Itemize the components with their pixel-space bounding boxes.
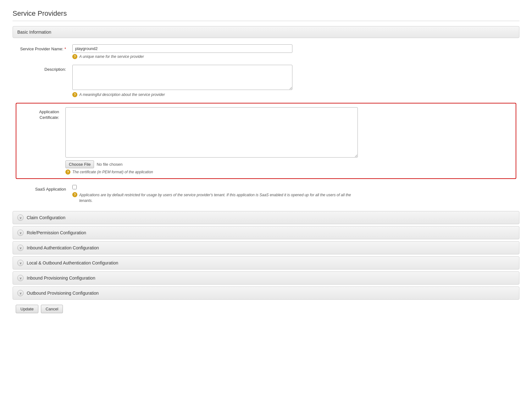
service-provider-name-input[interactable] <box>72 44 292 53</box>
choose-file-button[interactable]: Choose File <box>65 160 94 168</box>
application-certificate-field: Choose File No file chosen ? The certifi… <box>65 107 358 175</box>
saas-application-field: ? Applications are by default restricted… <box>72 185 355 203</box>
inbound-auth-title: Inbound Authentication Configuration <box>27 245 99 250</box>
required-indicator: * <box>64 47 66 51</box>
claim-configuration-header[interactable]: ∨ Claim Configuration <box>13 211 519 224</box>
inbound-provisioning-chevron-icon: ∨ <box>17 275 24 281</box>
description-textarea[interactable] <box>72 65 292 90</box>
role-permission-section: ∨ Role/Permission Configuration <box>13 226 519 239</box>
certificate-hint: ? The certificate (in PEM format) of the… <box>65 170 358 175</box>
hint-icon: ? <box>72 54 77 59</box>
application-certificate-textarea[interactable] <box>65 107 358 158</box>
basic-information-header: Basic Information <box>13 26 519 38</box>
outbound-provisioning-header[interactable]: ∨ Outbound Provisioning Configuration <box>13 287 519 299</box>
claim-config-chevron-icon: ∨ <box>17 214 24 221</box>
local-outbound-auth-chevron-icon: ∨ <box>17 260 24 266</box>
saas-application-checkbox[interactable] <box>72 185 77 189</box>
update-button[interactable]: Update <box>16 305 38 313</box>
inbound-auth-chevron-icon: ∨ <box>17 245 24 251</box>
collapsible-sections-container: ∨ Claim Configuration ∨ Role/Permission … <box>13 211 519 300</box>
service-provider-name-row: Service Provider Name: * ? A unique name… <box>16 44 516 59</box>
inbound-auth-section: ∨ Inbound Authentication Configuration <box>13 241 519 254</box>
inbound-auth-header[interactable]: ∨ Inbound Authentication Configuration <box>13 242 519 254</box>
description-label: Description: <box>16 65 72 72</box>
role-permission-title: Role/Permission Configuration <box>27 230 86 235</box>
hint-icon-3: ? <box>65 170 70 175</box>
description-field: ? A meaningful description about the ser… <box>72 65 292 97</box>
page-title: Service Providers <box>13 9 519 21</box>
inbound-provisioning-section: ∨ Inbound Provisioning Configuration <box>13 271 519 285</box>
form-container: Service Provider Name: * ? A unique name… <box>13 44 519 203</box>
claim-configuration-title: Claim Configuration <box>27 215 65 220</box>
saas-application-label: SaaS Application <box>16 185 72 192</box>
local-outbound-auth-header[interactable]: ∨ Local & Outbound Authentication Config… <box>13 257 519 269</box>
description-row: Description: ? A meaningful description … <box>16 65 516 97</box>
application-certificate-label: Application Certificate: <box>21 107 65 120</box>
role-permission-chevron-icon: ∨ <box>17 230 24 236</box>
local-outbound-auth-title: Local & Outbound Authentication Configur… <box>27 260 118 265</box>
saas-hint: ? Applications are by default restricted… <box>72 192 355 203</box>
inbound-provisioning-header[interactable]: ∨ Inbound Provisioning Configuration <box>13 272 519 284</box>
claim-configuration-section: ∨ Claim Configuration <box>13 211 519 224</box>
outbound-provisioning-section: ∨ Outbound Provisioning Configuration <box>13 286 519 300</box>
file-input-row: Choose File No file chosen <box>65 160 358 168</box>
local-outbound-auth-section: ∨ Local & Outbound Authentication Config… <box>13 256 519 270</box>
service-provider-name-field: ? A unique name for the service provider <box>72 44 292 59</box>
saas-application-row: SaaS Application ? Applications are by d… <box>16 185 516 203</box>
application-certificate-section: Application Certificate: Choose File No … <box>16 103 516 179</box>
outbound-provisioning-chevron-icon: ∨ <box>17 290 24 296</box>
cancel-button[interactable]: Cancel <box>41 305 63 313</box>
description-hint: ? A meaningful description about the ser… <box>72 92 292 97</box>
hint-icon-4: ? <box>72 192 77 197</box>
role-permission-header[interactable]: ∨ Role/Permission Configuration <box>13 226 519 239</box>
service-provider-name-hint: ? A unique name for the service provider <box>72 54 292 59</box>
file-status-text: No file chosen <box>97 162 122 167</box>
hint-icon-2: ? <box>72 92 77 97</box>
service-provider-name-label: Service Provider Name: * <box>16 44 72 52</box>
action-buttons-row: Update Cancel <box>13 305 519 313</box>
inbound-provisioning-title: Inbound Provisioning Configuration <box>27 275 95 281</box>
outbound-provisioning-title: Outbound Provisioning Configuration <box>27 291 99 296</box>
